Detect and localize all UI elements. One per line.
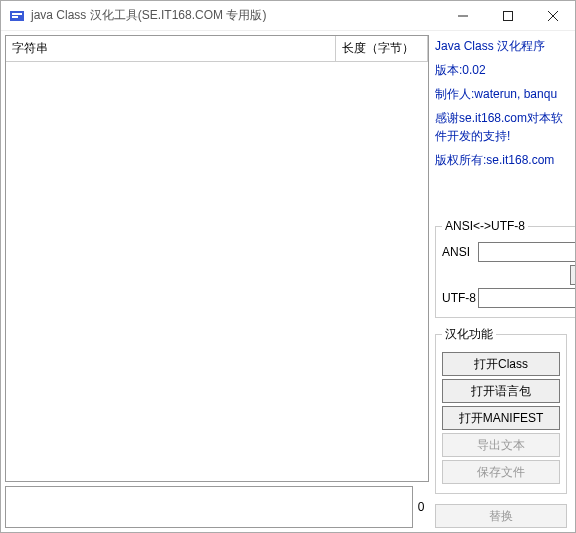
window-title: java Class 汉化工具(SE.IT168.COM 专用版) [31, 7, 440, 24]
edit-input[interactable] [5, 486, 413, 528]
func-group: 汉化功能 打开Class 打开语言包 打开MANIFEST 导出文本 保存文件 [435, 326, 567, 494]
string-table[interactable]: 字符串 长度（字节） [5, 35, 429, 482]
minimize-button[interactable] [440, 1, 485, 30]
down-button[interactable]: ↓ [570, 265, 576, 285]
info-thanks: 感谢se.it168.com对本软件开发的支持! [435, 109, 567, 145]
export-text-button: 导出文本 [442, 433, 560, 457]
ansi-group: ANSI<->UTF-8 ANSI ↓ ↑ UTF-8 [435, 219, 576, 318]
svg-rect-4 [503, 11, 512, 20]
ansi-input[interactable] [478, 242, 576, 262]
table-header: 字符串 长度（字节） [6, 36, 428, 62]
svg-rect-1 [12, 13, 22, 15]
table-body[interactable] [6, 62, 428, 481]
open-class-button[interactable]: 打开Class [442, 352, 560, 376]
open-lang-button[interactable]: 打开语言包 [442, 379, 560, 403]
ansi-legend: ANSI<->UTF-8 [442, 219, 528, 233]
close-button[interactable] [530, 1, 575, 30]
info-version: 版本:0.02 [435, 61, 567, 79]
info-author: 制作人:waterun, banqu [435, 85, 567, 103]
func-legend: 汉化功能 [442, 326, 496, 343]
info-copyright: 版权所有:se.it168.com [435, 151, 567, 169]
app-icon [9, 8, 25, 24]
save-file-button: 保存文件 [442, 460, 560, 484]
open-manifest-button[interactable]: 打开MANIFEST [442, 406, 560, 430]
maximize-button[interactable] [485, 1, 530, 30]
info-block: Java Class 汉化程序 版本:0.02 制作人:waterun, ban… [435, 37, 567, 175]
col-string[interactable]: 字符串 [6, 36, 336, 61]
count-label: 0 [413, 500, 429, 514]
utf8-input[interactable] [478, 288, 576, 308]
window-buttons [440, 1, 575, 30]
info-title: Java Class 汉化程序 [435, 37, 567, 55]
utf8-label: UTF-8 [442, 291, 478, 305]
col-length[interactable]: 长度（字节） [336, 36, 428, 61]
svg-rect-2 [12, 16, 18, 18]
titlebar: java Class 汉化工具(SE.IT168.COM 专用版) [1, 1, 575, 31]
ansi-label: ANSI [442, 245, 478, 259]
replace-button: 替换 [435, 504, 567, 528]
